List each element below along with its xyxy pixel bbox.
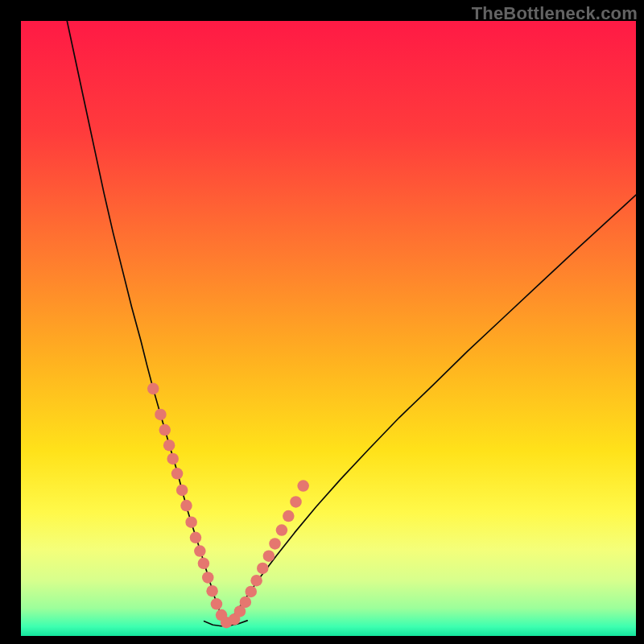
watermark-text: TheBottleneck.com xyxy=(472,3,638,24)
chart-frame: TheBottleneck.com xyxy=(0,0,644,644)
curve-right-branch xyxy=(227,195,636,624)
scatter-dot xyxy=(290,496,302,508)
plot-area xyxy=(21,21,636,636)
curve-layer xyxy=(21,21,636,636)
scatter-dot xyxy=(167,453,179,465)
scatter-dots xyxy=(147,383,309,629)
scatter-dot xyxy=(250,575,262,587)
scatter-dot xyxy=(155,409,167,421)
scatter-dot xyxy=(240,597,252,609)
scatter-dot xyxy=(171,468,184,480)
scatter-dot xyxy=(269,538,281,550)
scatter-dot xyxy=(147,383,159,395)
scatter-dot xyxy=(206,585,218,597)
scatter-dot xyxy=(180,500,192,512)
scatter-dot xyxy=(263,550,275,562)
scatter-dot xyxy=(211,598,223,610)
scatter-dot xyxy=(283,510,295,522)
scatter-dot xyxy=(245,586,257,598)
scatter-dot xyxy=(297,480,309,492)
scatter-dot xyxy=(190,532,202,544)
curve-left-branch xyxy=(67,21,225,624)
scatter-dot xyxy=(185,516,197,528)
scatter-dot xyxy=(163,440,175,452)
scatter-dot xyxy=(159,424,171,436)
scatter-dot xyxy=(202,572,214,584)
scatter-dot xyxy=(198,558,210,570)
scatter-dot xyxy=(257,563,269,575)
scatter-dot xyxy=(276,524,288,536)
scatter-dot xyxy=(194,545,206,557)
scatter-dot xyxy=(176,485,188,497)
